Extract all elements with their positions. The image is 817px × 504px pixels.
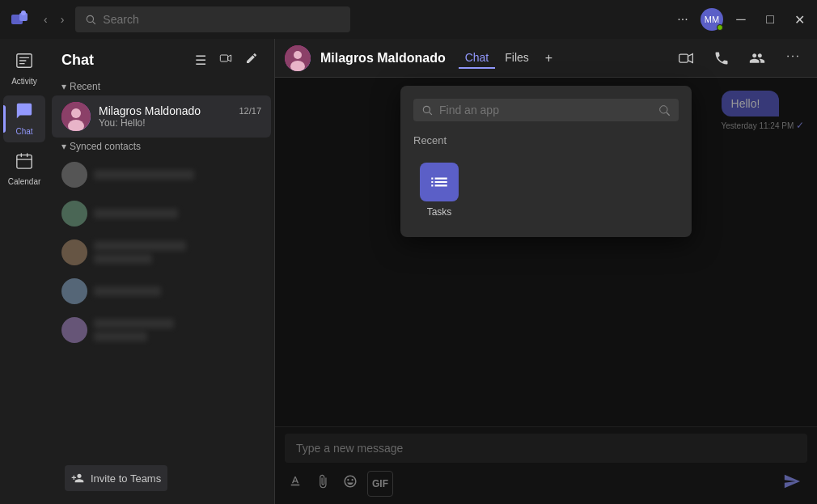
app-search-icon	[421, 104, 433, 116]
synced-label: Synced contacts	[70, 141, 141, 152]
contact-item-5[interactable]	[52, 312, 271, 348]
recent-chevron: ▾	[61, 81, 66, 92]
search-input[interactable]	[103, 13, 341, 26]
user-avatar[interactable]: MM	[701, 8, 723, 31]
tab-chat[interactable]: Chat	[459, 48, 496, 69]
app-picker-search[interactable]	[413, 99, 679, 121]
chat-icon	[15, 102, 33, 124]
tab-files[interactable]: Files	[498, 48, 535, 69]
contact-item-4[interactable]	[52, 273, 271, 309]
sidebar: Chat ☰ ▾ Recent	[49, 39, 275, 504]
sidebar-item-activity[interactable]: Activity	[3, 45, 45, 92]
synced-chevron: ▾	[61, 141, 66, 152]
app-recent-label: Recent	[413, 134, 679, 146]
svg-point-2	[21, 11, 26, 15]
teams-logo	[6, 6, 32, 32]
chat-preview: You: Hello!	[99, 117, 261, 129]
main-content: Activity Chat Calendar Chat	[0, 39, 817, 504]
contact-avatar-1	[61, 162, 87, 188]
contact-info-3	[94, 241, 261, 264]
chat-area: Milagros Maldonado Chat Files +	[275, 39, 817, 504]
sidebar-compose-button[interactable]	[242, 49, 261, 71]
contact-avatar-4	[61, 278, 87, 304]
app-picker: Recent Tasks	[400, 86, 692, 237]
contact-item-1[interactable]	[52, 157, 271, 193]
invite-button-label: Invite to Teams	[91, 472, 161, 485]
contact-avatar-3	[61, 239, 87, 265]
svg-point-17	[660, 106, 667, 113]
more-options-button[interactable]: ···	[671, 8, 694, 31]
search-bar[interactable]	[75, 6, 350, 32]
svg-line-4	[93, 22, 95, 24]
contact-avatar-2	[61, 201, 87, 227]
title-bar: ‹ › ··· MM ─ □ ✕	[0, 0, 817, 39]
active-indicator	[3, 105, 6, 133]
nav-back-button[interactable]: ‹	[39, 10, 53, 29]
chat-contact-name: Milagros Maldonado	[99, 104, 201, 117]
title-bar-actions: ··· MM ─ □ ✕	[671, 8, 811, 31]
sidebar-header: Chat ☰	[49, 39, 274, 78]
nav-forward-button[interactable]: ›	[56, 10, 70, 29]
sidebar-menu-button[interactable]: ☰	[192, 49, 210, 71]
left-nav: Activity Chat Calendar	[0, 39, 49, 504]
svg-line-16	[430, 112, 432, 115]
sidebar-item-chat[interactable]: Chat	[3, 95, 45, 142]
app-search-input[interactable]	[439, 104, 651, 116]
sidebar-item-calendar[interactable]: Calendar	[3, 146, 45, 193]
sidebar-header-actions: ☰	[192, 49, 261, 71]
app-picker-apps: Tasks	[413, 156, 679, 224]
participants-button[interactable]	[743, 47, 772, 70]
app-search-clear-icon[interactable]	[658, 104, 671, 116]
chat-header: Milagros Maldonado Chat Files +	[275, 39, 817, 78]
audio-call-button[interactable]	[707, 47, 736, 70]
online-status-dot	[717, 24, 723, 31]
invite-icon	[71, 472, 84, 485]
chat-header-actions	[671, 47, 807, 70]
contact-item-2[interactable]	[52, 196, 271, 231]
tasks-app-label: Tasks	[427, 206, 452, 218]
contact-info-2	[94, 209, 261, 218]
synced-contacts-header[interactable]: ▾ Synced contacts	[49, 138, 274, 155]
svg-rect-7	[220, 55, 227, 61]
calendar-icon	[15, 152, 33, 174]
chat-avatar	[61, 102, 91, 131]
recent-label: Recent	[70, 81, 100, 92]
calendar-label: Calendar	[8, 177, 41, 186]
app-item-tasks[interactable]: Tasks	[413, 156, 465, 224]
chat-tabs: Chat Files +	[459, 48, 559, 69]
invite-to-teams-button[interactable]: Invite to Teams	[65, 465, 167, 491]
nav-arrows[interactable]: ‹ ›	[39, 10, 69, 29]
chat-label: Chat	[15, 127, 32, 136]
chat-list-item[interactable]: Milagros Maldonado 12/17 You: Hello!	[52, 95, 271, 138]
more-options-chat-button[interactable]	[778, 47, 807, 70]
chat-date: 12/17	[239, 106, 261, 116]
svg-point-3	[87, 15, 94, 22]
app-picker-overlay[interactable]: Recent Tasks	[275, 78, 817, 504]
sidebar-title: Chat	[61, 52, 94, 69]
svg-point-15	[423, 106, 430, 112]
video-call-button[interactable]	[671, 47, 701, 70]
svg-rect-6	[17, 155, 32, 169]
sidebar-video-button[interactable]	[216, 49, 235, 71]
recent-section-header[interactable]: ▾ Recent	[49, 78, 274, 95]
minimize-button[interactable]: ─	[730, 8, 752, 31]
contact-info-5	[94, 319, 261, 341]
svg-point-9	[71, 108, 81, 118]
chat-info: Milagros Maldonado 12/17 You: Hello!	[99, 104, 261, 129]
contact-info-4	[94, 286, 261, 296]
svg-line-18	[667, 112, 670, 116]
tasks-app-icon	[420, 163, 459, 201]
chat-header-avatar	[285, 45, 311, 71]
contact-info-1	[94, 170, 261, 180]
maximize-button[interactable]: □	[759, 8, 781, 31]
chat-contact-name-header: Milagros Maldonado	[320, 51, 446, 66]
svg-point-12	[294, 51, 302, 59]
add-tab-button[interactable]: +	[539, 48, 559, 69]
svg-rect-14	[679, 54, 688, 62]
close-button[interactable]: ✕	[788, 8, 811, 31]
contact-avatar-5	[61, 317, 87, 343]
sidebar-footer: Invite to Teams	[49, 452, 274, 504]
activity-label: Activity	[11, 77, 37, 86]
contact-item-3[interactable]	[52, 235, 271, 270]
search-icon	[85, 14, 96, 25]
